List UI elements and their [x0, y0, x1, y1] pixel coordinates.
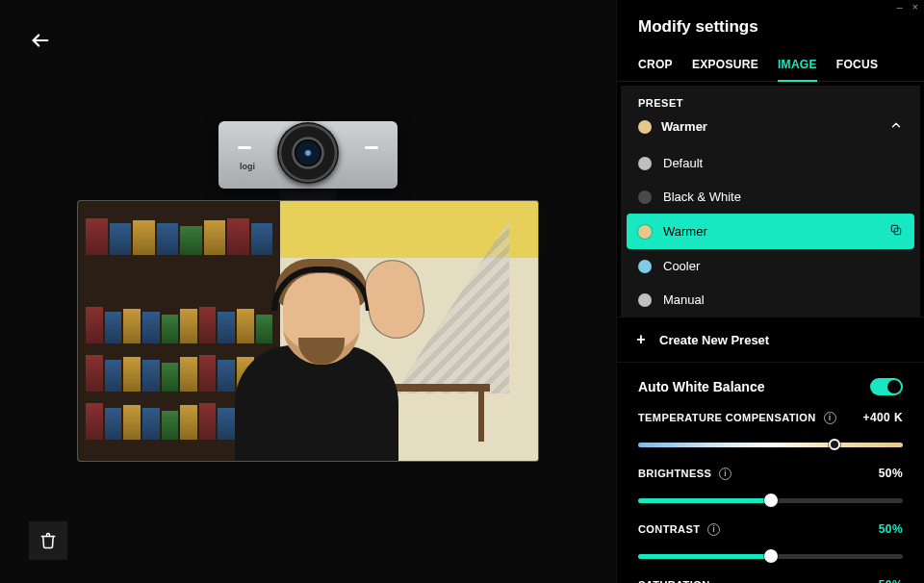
plus-icon: + [634, 331, 648, 348]
info-icon[interactable]: i [719, 468, 732, 480]
create-preset-button[interactable]: + Create New Preset [617, 317, 924, 363]
saturation-label: SATURATION [638, 579, 709, 583]
tab-exposure[interactable]: EXPOSURE [692, 50, 758, 81]
trash-icon [39, 532, 57, 549]
app-root: logi [0, 0, 924, 583]
create-preset-label: Create New Preset [659, 333, 769, 347]
info-icon[interactable]: i [824, 412, 836, 424]
tab-focus[interactable]: FOCUS [836, 50, 879, 81]
brightness-thumb[interactable] [764, 494, 778, 507]
panel-title: Modify settings [617, 15, 924, 50]
brightness-slider[interactable] [638, 492, 903, 509]
webcam-lens [277, 122, 339, 184]
chevron-up-icon [889, 118, 903, 135]
webcam-brand-label: logi [240, 162, 255, 171]
contrast-thumb[interactable] [764, 549, 778, 563]
preview-person [216, 259, 418, 461]
saturation-control: SATURATION 50% [617, 569, 924, 583]
preset-option-label: Manual [663, 292, 705, 307]
brightness-label: BRIGHTNESS [638, 468, 711, 479]
webcam-mount [279, 187, 337, 200]
swatch-manual [638, 293, 652, 307]
back-button[interactable] [27, 27, 54, 54]
tab-image[interactable]: IMAGE [778, 50, 817, 81]
saturation-value: 50% [879, 578, 903, 583]
tab-crop[interactable]: CROP [638, 50, 673, 81]
preset-option-manual[interactable]: Manual [621, 283, 920, 317]
contrast-control: CONTRAST i 50% [617, 513, 924, 569]
temperature-thumb[interactable] [829, 439, 840, 450]
brightness-value: 50% [879, 467, 903, 480]
window-close[interactable]: × [912, 2, 918, 15]
window-minimize[interactable]: – [896, 2, 902, 15]
awb-section: Auto White Balance [617, 363, 924, 401]
video-preview[interactable] [77, 200, 539, 462]
preview-scene [78, 201, 538, 461]
tab-bar: CROP EXPOSURE IMAGE FOCUS [617, 50, 924, 82]
brightness-control: BRIGHTNESS i 50% [617, 457, 924, 513]
preset-option-cooler[interactable]: Cooler [621, 249, 920, 283]
preset-current-swatch [638, 120, 652, 134]
swatch-warmer [638, 225, 652, 239]
swatch-cooler [638, 260, 652, 273]
preset-option-label: Warmer [663, 224, 707, 239]
contrast-slider[interactable] [638, 547, 903, 565]
preset-option-bw[interactable]: Black & White [621, 180, 920, 214]
arrow-left-icon [30, 30, 51, 51]
brightness-fill [638, 498, 771, 503]
contrast-fill [638, 554, 771, 559]
info-icon[interactable]: i [707, 523, 720, 536]
webcam-device: logi [218, 121, 398, 189]
delete-preset-button[interactable] [29, 521, 67, 560]
temperature-value: +400 K [863, 411, 903, 424]
temperature-label: TEMPERATURE COMPENSATION [638, 412, 816, 423]
contrast-value: 50% [879, 522, 903, 536]
preset-option-warmer[interactable]: Warmer [627, 214, 914, 249]
preset-option-label: Cooler [663, 259, 700, 273]
preset-option-default[interactable]: Default [621, 146, 920, 180]
awb-toggle[interactable] [870, 378, 903, 395]
preset-option-label: Default [663, 156, 703, 170]
temperature-track [638, 443, 903, 447]
awb-label: Auto White Balance [638, 379, 870, 394]
panel-scroll[interactable]: PRESET Warmer Default Black & White [617, 82, 924, 583]
preset-option-label: Black & White [663, 190, 741, 204]
copy-icon[interactable] [889, 223, 903, 240]
window-controls: – × [617, 0, 924, 15]
swatch-bw [638, 190, 652, 204]
contrast-label: CONTRAST [638, 523, 700, 535]
preset-current-row[interactable]: Warmer [621, 113, 920, 146]
settings-panel: – × Modify settings CROP EXPOSURE IMAGE … [616, 0, 924, 583]
preset-current-label: Warmer [661, 119, 707, 134]
preset-heading: PRESET [621, 86, 920, 113]
temperature-control: TEMPERATURE COMPENSATION i +400 K [617, 401, 924, 457]
swatch-default [638, 157, 652, 170]
preview-pane: logi [0, 0, 616, 583]
temperature-slider[interactable] [638, 436, 903, 453]
preset-block: PRESET Warmer Default Black & White [621, 86, 920, 317]
camera-preview-stack: logi [77, 121, 539, 462]
